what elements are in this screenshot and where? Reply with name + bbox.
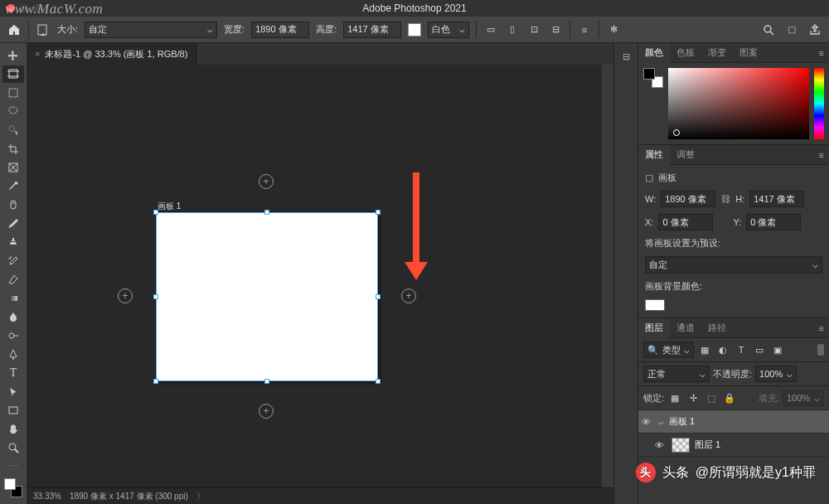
brush-tool[interactable] xyxy=(2,215,24,233)
maximize-window-icon[interactable] xyxy=(33,4,41,12)
move-tool[interactable] xyxy=(2,46,24,65)
zoom-level[interactable]: 33.33% xyxy=(33,492,61,501)
filter-text-icon[interactable]: T xyxy=(734,342,749,357)
artboard-label[interactable]: 画板 1 xyxy=(158,201,181,212)
minimize-window-icon[interactable] xyxy=(20,4,28,12)
resize-handle[interactable] xyxy=(376,294,381,299)
visibility-icon[interactable]: 👁 xyxy=(642,417,653,427)
artboard[interactable] xyxy=(156,212,378,381)
tab-adjustments[interactable]: 调整 xyxy=(670,145,701,165)
vertical-scrollbar[interactable] xyxy=(602,65,613,487)
align-icon[interactable]: ▭ xyxy=(483,22,498,37)
color-swap[interactable] xyxy=(2,477,24,499)
tab-layers[interactable]: 图层 xyxy=(638,318,670,338)
tab-patterns[interactable]: 图案 xyxy=(733,43,764,63)
link-icon[interactable]: ⛓ xyxy=(720,194,730,204)
blend-mode-dropdown[interactable]: 正常⌵ xyxy=(643,366,710,382)
layer-name[interactable]: 画板 1 xyxy=(669,415,695,428)
quick-select-tool[interactable] xyxy=(2,121,24,139)
opacity-input[interactable]: 100%⌵ xyxy=(755,366,797,382)
shape-tool[interactable] xyxy=(2,401,24,419)
filter-pixel-icon[interactable]: ▦ xyxy=(697,342,712,357)
pen-tool[interactable] xyxy=(2,346,24,364)
resize-handle[interactable] xyxy=(376,210,381,215)
gradient-tool[interactable] xyxy=(2,289,24,308)
resize-handle[interactable] xyxy=(264,379,269,384)
distribute-icon[interactable]: ⊡ xyxy=(526,22,541,37)
layer-name[interactable]: 图层 1 xyxy=(695,439,720,451)
resize-handle[interactable] xyxy=(376,379,381,384)
add-artboard-right-icon[interactable]: + xyxy=(401,288,416,303)
tab-properties[interactable]: 属性 xyxy=(638,145,670,165)
panel-menu-icon[interactable]: ≡ xyxy=(814,150,829,160)
resize-handle[interactable] xyxy=(153,379,158,384)
artboard-color-swatch[interactable] xyxy=(408,23,421,36)
width-input[interactable] xyxy=(251,22,309,38)
artboard-color-dropdown[interactable]: 白色⌵ xyxy=(428,22,469,38)
path-select-tool[interactable] xyxy=(2,383,24,401)
layer-kind-dropdown[interactable]: 🔍 类型 ⌵ xyxy=(643,342,694,358)
status-chevron-icon[interactable]: 〉 xyxy=(196,491,205,502)
close-window-icon[interactable] xyxy=(7,4,15,12)
share-icon[interactable] xyxy=(807,22,822,37)
preset-dropdown[interactable]: 自定⌵ xyxy=(645,256,822,274)
tab-gradients[interactable]: 渐变 xyxy=(701,43,733,63)
color-field[interactable] xyxy=(668,68,809,139)
lock-position-icon[interactable]: ✢ xyxy=(686,390,701,405)
panel-menu-icon[interactable]: ≡ xyxy=(814,48,829,58)
blur-tool[interactable] xyxy=(2,308,24,327)
tab-channels[interactable]: 通道 xyxy=(670,318,701,338)
frame-tool[interactable] xyxy=(2,158,24,177)
height-input[interactable] xyxy=(343,22,401,38)
bgcolor-swatch[interactable] xyxy=(645,299,665,311)
resize-handle[interactable] xyxy=(264,210,269,215)
align-icon[interactable]: ▯ xyxy=(505,22,520,37)
artboard-tool[interactable] xyxy=(2,65,24,84)
filter-toggle[interactable] xyxy=(817,344,824,356)
filter-adjust-icon[interactable]: ◐ xyxy=(715,342,730,357)
layer-row-artboard[interactable]: 👁 ⌵ 画板 1 xyxy=(638,410,829,434)
tab-color[interactable]: 颜色 xyxy=(638,43,670,63)
tab-swatches[interactable]: 色板 xyxy=(670,43,701,63)
workspace-icon[interactable]: ▢ xyxy=(784,22,799,37)
lock-artboard-icon[interactable]: ⬚ xyxy=(704,390,719,405)
visibility-icon[interactable]: 👁 xyxy=(655,440,667,450)
arrange-icon[interactable]: ⊟ xyxy=(548,22,563,37)
gear-icon[interactable]: ✻ xyxy=(606,22,621,37)
hue-slider[interactable] xyxy=(814,68,824,139)
lasso-tool[interactable] xyxy=(2,103,24,121)
edit-toolbar-icon[interactable]: ⋯ xyxy=(2,458,24,476)
size-dropdown[interactable]: 自定⌵ xyxy=(85,22,217,38)
height-input[interactable] xyxy=(749,191,804,207)
eraser-tool[interactable] xyxy=(2,271,24,289)
crop-tool[interactable] xyxy=(2,140,24,158)
zoom-tool[interactable] xyxy=(2,439,24,457)
tab-paths[interactable]: 路径 xyxy=(701,318,733,338)
hand-tool[interactable] xyxy=(2,420,24,439)
search-icon[interactable] xyxy=(761,22,776,37)
align-options-icon[interactable]: ≡ xyxy=(577,22,592,37)
document-tab[interactable]: × 未标题-1 @ 33.3% (画板 1, RGB/8) xyxy=(27,43,196,65)
color-cursor[interactable] xyxy=(673,129,680,136)
eyedropper-tool[interactable] xyxy=(2,177,24,196)
add-artboard-left-icon[interactable]: + xyxy=(118,288,133,303)
layer-thumbnail[interactable] xyxy=(671,438,690,453)
layer-row[interactable]: 👁 图层 1 xyxy=(638,434,829,457)
collapse-icon[interactable]: ⌵ xyxy=(658,416,664,427)
resize-handle[interactable] xyxy=(153,210,158,215)
width-input[interactable] xyxy=(661,191,715,207)
fg-bg-swatch[interactable] xyxy=(643,68,663,88)
collapsed-panel-icon[interactable]: ⊟ xyxy=(618,50,634,63)
filter-smart-icon[interactable]: ▣ xyxy=(770,342,785,357)
artboard-tool-preset-icon[interactable] xyxy=(36,22,51,37)
lock-all-icon[interactable]: 🔒 xyxy=(722,390,737,405)
history-brush-tool[interactable] xyxy=(2,252,24,270)
lock-pixels-icon[interactable]: ▦ xyxy=(667,390,682,405)
panel-menu-icon[interactable]: ≡ xyxy=(814,323,829,333)
canvas[interactable]: 画板 1 + + + + xyxy=(27,65,613,487)
add-artboard-bottom-icon[interactable]: + xyxy=(259,404,274,419)
text-tool[interactable]: T xyxy=(2,364,24,382)
x-input[interactable] xyxy=(658,214,713,230)
healing-brush-tool[interactable] xyxy=(2,196,24,214)
marquee-tool[interactable] xyxy=(2,84,24,102)
